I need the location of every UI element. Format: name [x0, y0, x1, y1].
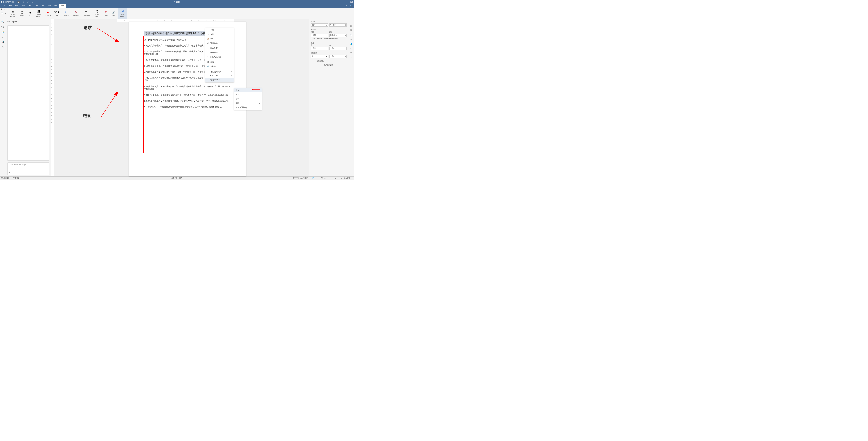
context-添加批注[interactable]: 💬添加批注 — [206, 60, 234, 64]
context-打印选择[interactable]: 🖨打印选择 — [206, 41, 234, 45]
selected-prompt-text[interactable]: 请给我推荐每个创业公司成功所需的 10 个必备工具 — [144, 31, 212, 36]
undo-icon[interactable]: ↶ — [27, 1, 29, 3]
spell-check-icon[interactable]: 🌐 — [312, 177, 314, 179]
navigation-icon[interactable]: 📑 — [1, 31, 4, 33]
context-格式化为样式[interactable]: 格式化为样式▶ — [206, 69, 234, 74]
plugin-youtube[interactable]: ▶YouTube — [43, 7, 53, 19]
submenu-总结[interactable]: 总结 — [234, 92, 261, 97]
menu-视图[interactable]: 视图 — [53, 4, 59, 8]
lang-dropdown-icon[interactable]: ▾ — [310, 177, 311, 179]
plugin-plugin[interactable]: ⊞PluginManager — [8, 7, 17, 19]
paste-icon[interactable]: 📋 — [1, 12, 3, 14]
context-段落高级设置[interactable]: ¶段落高级设置 — [206, 55, 234, 59]
chat-input[interactable] — [9, 164, 48, 170]
same-style-checkbox[interactable] — [311, 38, 312, 39]
spacing-before-input[interactable]: 0 厘米▲▼ — [311, 34, 328, 37]
close-icon[interactable]: × — [48, 20, 50, 23]
language-indicator[interactable]: 中文(中华人民共和国) — [292, 177, 308, 179]
context-保持同一行[interactable]: ✓保持同一行 — [206, 51, 234, 55]
zoom-dropdown-icon[interactable]: ▾ — [352, 177, 352, 179]
menu-插件[interactable]: 插件 — [59, 4, 66, 8]
plugin-讲话[interactable]: 🔊讲话 — [111, 7, 118, 19]
copy-icon[interactable]: ⎘ — [1, 8, 2, 10]
spacing-after-input[interactable]: 0.85 厘米▲▼ — [329, 34, 347, 37]
plugin-ocr[interactable]: OCROCR — [53, 7, 60, 19]
submenu-生成[interactable]: 生成 — [234, 88, 261, 92]
status-bar: 第1页共3页 ☰ 字数统计 所有更改已保存 中文(中华人民共和国) ▾ 🌐 ✎ … — [0, 177, 354, 180]
plugin-jitsi[interactable]: ◉Jitsi — [27, 7, 34, 19]
headings-icon[interactable]: ≡ — [2, 36, 3, 38]
menu-协作[interactable]: 协作 — [40, 4, 46, 8]
mail-merge-icon[interactable]: ✉ — [350, 52, 352, 54]
submenu-清除对话历史[interactable]: 清除对话历史 — [234, 105, 261, 110]
search-icon[interactable]: 🔍 — [350, 5, 352, 7]
header-settings-icon[interactable]: 📄 — [350, 34, 352, 36]
plugin-photo[interactable]: 🖼PhotoEditor ▾ — [35, 7, 43, 19]
zoom-in-icon[interactable]: + — [341, 178, 342, 179]
image-settings-icon[interactable]: 🖼 — [350, 29, 352, 31]
menu-保护[interactable]: 保护 — [46, 4, 53, 8]
feedback-icon[interactable]: 📢 — [1, 41, 4, 43]
menu-文件[interactable]: 文件 — [0, 4, 7, 8]
fit-width-icon[interactable]: ⬌ — [324, 177, 326, 179]
submenu-翻译[interactable]: 翻译▶ — [234, 101, 261, 105]
context-ChatGPT[interactable]: ChatGPT▶ — [206, 74, 234, 78]
plugin-zotero[interactable]: ZZotero — [102, 7, 110, 19]
menu-绘图[interactable]: 绘图 — [20, 4, 27, 8]
context-智谱 Copilot[interactable]: 智谱 Copilot▶ — [206, 78, 234, 82]
menu-主页[interactable]: 主页 — [7, 4, 13, 8]
line-spacing-value-input[interactable]: 1.4 厘米▲▼ — [329, 24, 347, 27]
menu-插入[interactable]: 插入 — [13, 4, 20, 8]
shape-settings-icon[interactable]: ◇ — [350, 38, 352, 40]
paragraph-settings-icon[interactable]: ¶ — [350, 20, 351, 23]
word-count-icon: ☰ — [11, 177, 13, 179]
menu-引用[interactable]: 引用 — [33, 4, 40, 8]
word-count-label[interactable]: 字数统计 — [13, 177, 20, 179]
plugin-mendeley[interactable]: MMendeley — [72, 7, 81, 19]
document-page[interactable]: 请给我推荐每个创业公司成功所需的 10 个必备工具 以下是每个创业公司成功所需的… — [129, 22, 246, 177]
track-changes-icon[interactable]: ✎ — [316, 177, 317, 179]
send-icon[interactable]: ➤ — [9, 171, 10, 174]
indent-left-input[interactable]: 0 厘米▲▼ — [311, 47, 328, 50]
find-icon[interactable]: 🔍 — [1, 21, 4, 23]
fit-page-icon[interactable]: ⛶ — [321, 177, 323, 179]
menu-布局[interactable]: 布局 — [27, 4, 33, 8]
context-粘贴[interactable]: 📋粘贴 — [206, 36, 234, 41]
about-icon[interactable]: ⓘ — [2, 46, 4, 49]
zoom-level[interactable]: 缩放80% — [344, 177, 350, 179]
context-复制[interactable]: ⎘复制 — [206, 32, 234, 36]
special-format-select[interactable]: (无)▾ — [311, 55, 328, 58]
context-超链接[interactable]: 🔗超链接 — [206, 64, 234, 69]
plugin-translator[interactable]: 文Translator — [61, 7, 71, 19]
comments-icon[interactable]: 💬 — [1, 26, 4, 28]
plugin-macros[interactable]: { }Macros — [18, 7, 26, 19]
user-avatar[interactable]: A — [350, 1, 353, 3]
plugin-thesaurus[interactable]: ThThesaurus — [82, 7, 92, 19]
special-format-value-input[interactable]: 0 厘米▲▼ — [329, 55, 347, 58]
indent-right-input[interactable]: 0 厘米▲▼ — [329, 47, 347, 50]
table-settings-icon[interactable]: ▦ — [350, 25, 352, 27]
submenu-解释[interactable]: 解释 — [234, 97, 261, 101]
print-icon[interactable]: 🖨 — [23, 1, 24, 3]
bg-color-row[interactable]: 背景颜色 — [311, 60, 347, 62]
signature-icon[interactable]: ✎ — [350, 56, 352, 59]
save-icon[interactable]: 💾 — [17, 1, 20, 3]
plugin-highlight[interactable]: {i}Highlightcode — [93, 7, 101, 19]
plugin-智谱[interactable]: AI智谱Copilot ▾ — [118, 7, 127, 19]
redo-icon[interactable]: ↷ — [31, 1, 33, 3]
page-indicator[interactable]: 第1页共3页 — [1, 177, 9, 179]
same-style-spacing-check[interactable]: 不要在相同样式的段落之间添加间隔 — [311, 38, 347, 40]
format-painter-icon[interactable]: 🖌 — [5, 12, 7, 14]
chart-settings-icon[interactable]: 📊 — [350, 43, 352, 45]
line-spacing-mode-select[interactable]: 至少▾ — [311, 24, 328, 27]
red-margin-line — [143, 36, 144, 153]
menu-right-icons: ⇱ 🔍 — [346, 5, 353, 7]
show-advanced-link[interactable]: 显示高级设置 — [311, 64, 347, 66]
context-段前分页[interactable]: 段前分页 — [206, 46, 234, 51]
context-剪切[interactable]: ✂剪切 — [206, 28, 234, 32]
zoom-slider[interactable]: − + — [328, 178, 342, 179]
text-art-icon[interactable]: A — [350, 47, 352, 50]
zoom-out-icon[interactable]: − — [328, 178, 329, 179]
open-file-icon[interactable]: ⇱ — [346, 5, 348, 7]
cut-icon[interactable]: ✂ — [4, 8, 5, 10]
